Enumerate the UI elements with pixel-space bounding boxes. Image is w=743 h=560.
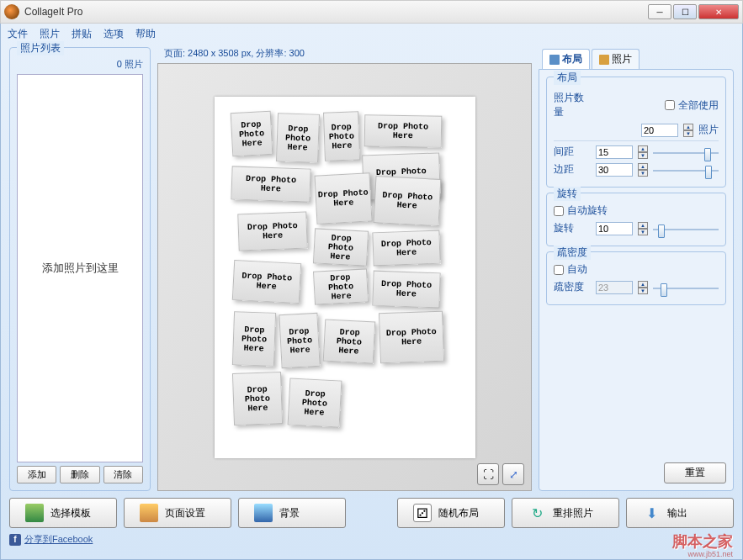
clear-button[interactable]: 清除 [103, 466, 143, 483]
density-label: 疏密度 [554, 280, 591, 294]
app-icon [4, 4, 19, 19]
drop-photo-cell[interactable]: Drop Photo Here [312, 268, 368, 304]
close-button[interactable]: ✕ [698, 4, 739, 19]
photo-icon [599, 55, 609, 65]
margin-spinner[interactable]: ▲▼ [638, 163, 648, 177]
spacing-slider[interactable] [653, 146, 719, 158]
drop-photo-cell[interactable]: Drop Photo Here [237, 211, 307, 251]
photo-list-panel: 照片列表 0 照片 添加照片到这里 添加 删除 清除 [9, 47, 151, 491]
rotate-slider[interactable] [653, 223, 719, 235]
background-button[interactable]: 背景 [238, 498, 346, 528]
rotate-label: 旋转 [554, 221, 591, 235]
drop-photo-cell[interactable]: Drop Photo Here [276, 113, 320, 163]
page-setup-button[interactable]: 页面设置 [124, 498, 231, 528]
dropzone-placeholder: 添加照片到这里 [42, 261, 119, 276]
spacing-label: 间距 [554, 145, 591, 159]
export-button[interactable]: ⬇输出 [626, 498, 734, 528]
drop-photo-cell[interactable]: Drop Photo Here [373, 175, 441, 225]
layout-icon [549, 55, 560, 65]
tab-photo[interactable]: 照片 [592, 49, 640, 69]
auto-rotate-checkbox[interactable] [554, 206, 564, 216]
facebook-share-link[interactable]: f 分享到Facebook [9, 528, 734, 546]
drop-photo-cell[interactable]: Drop Photo Here [287, 378, 342, 427]
drop-photo-cell[interactable]: Drop Photo Here [372, 270, 440, 308]
density-slider[interactable] [653, 282, 719, 293]
maximize-button[interactable]: ☐ [673, 4, 697, 19]
drop-photo-cell[interactable]: Drop Photo Here [231, 259, 300, 303]
crop-tool-icon[interactable]: ⛶ [477, 463, 499, 485]
rotate-spinner[interactable]: ▲▼ [638, 222, 648, 235]
drop-photo-cell[interactable]: Drop Photo Here [312, 228, 368, 266]
drop-photo-cell[interactable]: Drop Photo Here [314, 172, 372, 224]
drop-photo-cell[interactable]: Drop Photo Here [279, 312, 320, 367]
dice-icon: ⚂ [413, 504, 432, 522]
drop-photo-cell[interactable]: Drop Photo Here [230, 110, 273, 156]
photo-count-spinner[interactable]: ▲▼ [683, 124, 693, 137]
menu-options[interactable]: 选项 [103, 27, 124, 41]
spacing-input[interactable] [596, 145, 633, 159]
rotate-input[interactable] [596, 222, 633, 235]
window-title: CollageIt Pro [24, 6, 648, 18]
density-input[interactable] [596, 281, 633, 294]
reorder-icon: ↻ [528, 504, 546, 522]
app-body: 文件 照片 拼贴 选项 帮助 照片列表 0 照片 添加照片到这里 添加 删除 清… [0, 24, 743, 560]
delete-button[interactable]: 删除 [60, 466, 99, 483]
titlebar: CollageIt Pro ─ ☐ ✕ [0, 0, 743, 24]
drop-photo-cell[interactable]: Drop Photo Here [322, 319, 375, 363]
reorder-button[interactable]: ↻重排照片 [512, 498, 619, 528]
photo-count-input[interactable] [641, 124, 678, 137]
photo-count: 0 照片 [17, 58, 143, 71]
menu-file[interactable]: 文件 [8, 27, 28, 41]
template-icon [25, 504, 44, 522]
menubar: 文件 照片 拼贴 选项 帮助 [1, 24, 742, 44]
page-info: 页面: 2480 x 3508 px, 分辨率: 300 [157, 47, 532, 63]
canvas-panel: 页面: 2480 x 3508 px, 分辨率: 300 Drop Photo … [157, 47, 532, 491]
drop-photo-cell[interactable]: Drop Photo Here [323, 111, 360, 161]
margin-label: 边距 [554, 162, 591, 177]
export-icon: ⬇ [642, 504, 661, 522]
layout-group: 布局 照片数量 全部使用 ▲▼ 照片 间距 [546, 77, 726, 188]
auto-density-checkbox[interactable] [554, 265, 564, 275]
spacing-spinner[interactable]: ▲▼ [638, 145, 648, 159]
watermark-url: www.jb51.net [687, 550, 733, 558]
density-spinner[interactable]: ▲▼ [638, 281, 648, 294]
drop-photo-cell[interactable]: Drop Photo Here [231, 372, 282, 425]
reset-button[interactable]: 重置 [664, 462, 726, 483]
photo-list-dropzone[interactable]: 添加照片到这里 [17, 74, 143, 462]
settings-panel: 布局 照片 布局 照片数量 全部使用 ▲▼ 照片 [539, 47, 734, 491]
density-group: 疏密度 自动 疏密度 ▲▼ [546, 251, 726, 305]
tab-layout[interactable]: 布局 [542, 49, 590, 69]
bottom-toolbar: 选择模板 页面设置 背景 ⚂随机布局 ↻重排照片 ⬇输出 f 分享到Facebo… [1, 491, 742, 547]
drop-photo-cell[interactable]: Drop Photo Here [231, 166, 310, 202]
drop-photo-cell[interactable]: Drop Photo Here [231, 311, 275, 367]
photo-count-label: 照片数量 [554, 91, 591, 119]
margin-slider[interactable] [653, 164, 719, 176]
menu-photo[interactable]: 照片 [40, 27, 60, 41]
use-all-checkbox[interactable] [665, 100, 675, 110]
template-button[interactable]: 选择模板 [9, 498, 117, 528]
drop-photo-cell[interactable]: Drop Photo Here [378, 310, 443, 363]
background-icon [254, 504, 273, 522]
random-layout-button[interactable]: ⚂随机布局 [397, 498, 505, 528]
menu-help[interactable]: 帮助 [135, 27, 156, 41]
photo-list-label: 照片列表 [17, 41, 64, 55]
page-canvas: Drop Photo HereDrop Photo HereDrop Photo… [215, 97, 475, 458]
canvas-area[interactable]: Drop Photo HereDrop Photo HereDrop Photo… [157, 63, 532, 491]
add-button[interactable]: 添加 [17, 466, 56, 483]
fit-tool-icon[interactable]: ⤢ [502, 463, 524, 485]
margin-input[interactable] [596, 163, 633, 177]
minimize-button[interactable]: ─ [648, 4, 671, 19]
menu-collage[interactable]: 拼贴 [72, 27, 92, 41]
rotate-group: 旋转 自动旋转 旋转 ▲▼ [546, 193, 726, 246]
facebook-icon: f [9, 534, 21, 546]
drop-photo-cell[interactable]: Drop Photo Here [372, 230, 440, 266]
page-icon [140, 504, 158, 522]
watermark: 脚本之家 [672, 531, 733, 552]
drop-photo-cell[interactable]: Drop Photo Here [364, 114, 442, 148]
